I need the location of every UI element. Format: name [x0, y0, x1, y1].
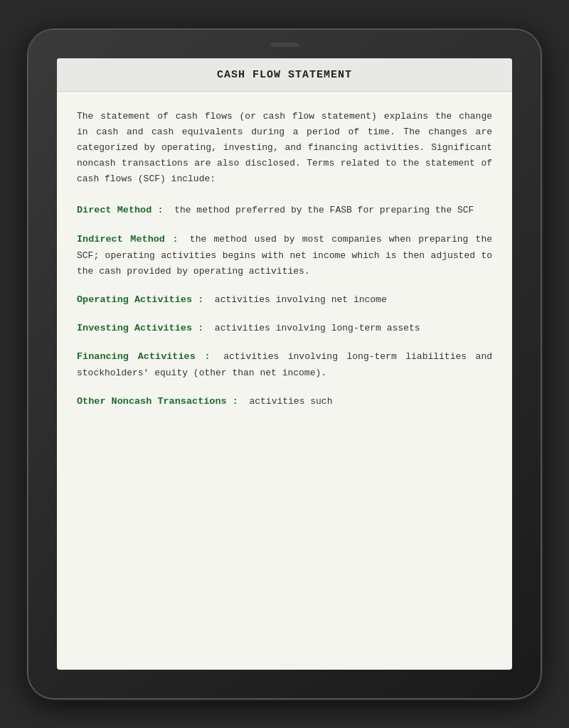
term-label-noncash: Other Noncash Transactions : — [77, 396, 238, 407]
term-definition-investing: activities involving long-term assets — [215, 323, 420, 333]
page-title: CASH FLOW STATEMENT — [217, 69, 352, 81]
term-definition-operating: activities involving net income — [215, 294, 387, 305]
term-label-operating: Operating Activities : — [77, 294, 203, 305]
page-header: CASH FLOW STATEMENT — [57, 58, 512, 92]
term-block-investing: Investing Activities : activities involv… — [77, 321, 492, 336]
term-label-indirect-method: Indirect Method : — [77, 234, 179, 245]
term-block-financing: Financing Activities : activities involv… — [77, 349, 492, 381]
term-block-operating: Operating Activities : activities involv… — [77, 292, 492, 308]
term-definition-direct-method: the method preferred by the FASB for pre… — [174, 205, 474, 215]
term-block-direct-method: Direct Method : the method preferred by … — [77, 203, 492, 218]
page-content: The statement of cash flows (or cash flo… — [57, 92, 512, 670]
tablet-device: CASH FLOW STATEMENT The statement of cas… — [28, 30, 541, 698]
term-label-direct-method: Direct Method : — [77, 205, 164, 215]
tablet-screen: CASH FLOW STATEMENT The statement of cas… — [57, 58, 512, 670]
term-block-indirect-method: Indirect Method : the method used by mos… — [77, 232, 492, 279]
term-label-investing: Investing Activities : — [77, 323, 203, 333]
intro-paragraph: The statement of cash flows (or cash flo… — [77, 109, 492, 187]
term-label-financing: Financing Activities : — [77, 351, 211, 362]
term-block-noncash: Other Noncash Transactions : activities … — [77, 394, 492, 410]
term-text-indirect-method: Indirect Method : the method used by mos… — [77, 232, 492, 279]
term-definition-noncash: activities such — [249, 396, 332, 407]
term-text-financing: Financing Activities : activities involv… — [77, 349, 492, 381]
